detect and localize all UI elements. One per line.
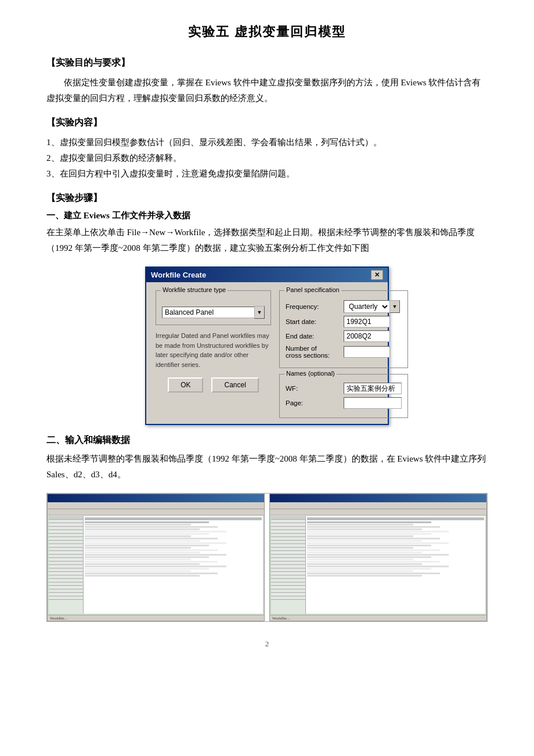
dialog-body: Workfile structure type Balanced PanelUn…	[146, 282, 388, 424]
frequency-select-wrapper: QuarterlyAnnualMonthlyWeeklyDaily ▼	[344, 300, 400, 313]
structure-group: Workfile structure type Balanced PanelUn…	[156, 290, 271, 325]
dialog-right-panel: Panel specification Frequency: Quarterly…	[279, 290, 408, 418]
purpose-header: 【实验目的与要求】	[46, 57, 488, 69]
end-date-row: End date:	[286, 330, 402, 342]
end-date-label: End date:	[286, 333, 344, 340]
steps-section: 【实验步骤】 一、建立 Eviews 工作文件并录入数据 在主菜单上依次单击 F…	[46, 192, 488, 256]
panel-spec-group: Panel specification Frequency: Quarterly…	[279, 290, 408, 368]
dialog-titlebar: Workfile Create ✕	[146, 268, 388, 282]
thumb-left-statusbar: Workfile...	[48, 615, 264, 621]
structure-group-label: Workfile structure type	[161, 286, 228, 293]
step1-para: 在主菜单上依次单击 File→New→Workfile，选择数据类型和起止日期。…	[46, 225, 488, 256]
names-group: Names (optional) WF: Page:	[279, 374, 408, 418]
structure-select-arrow[interactable]: ▼	[254, 306, 265, 319]
wf-label: WF:	[286, 385, 344, 392]
thumb-left-sidebar	[49, 516, 84, 614]
thumb-right-sidebar	[271, 516, 306, 614]
panel-spec-label: Panel specification	[284, 286, 341, 293]
frequency-select[interactable]: QuarterlyAnnualMonthlyWeeklyDaily	[344, 300, 390, 313]
thumb-right-main	[306, 516, 485, 614]
section2: 二、输入和编辑数据 根据未经季节调整的零售服装和饰品季度（1992 年第一季度~…	[46, 434, 488, 483]
thumb-left-content	[49, 516, 263, 614]
page-input[interactable]	[344, 397, 402, 409]
thumb-right-toolbar	[270, 509, 486, 515]
cross-sections-input[interactable]	[344, 346, 390, 358]
workfile-create-dialog: Workfile Create ✕ Workfile structure typ…	[145, 267, 389, 425]
thumbnail-wrapper: Workfile...	[46, 493, 488, 622]
thumb-right-menubar	[270, 502, 486, 509]
thumb-left-main	[84, 516, 263, 614]
ok-button[interactable]: OK	[168, 377, 203, 393]
frequency-row: Frequency: QuarterlyAnnualMonthlyWeeklyD…	[286, 300, 402, 313]
cancel-button[interactable]: Cancel	[211, 377, 258, 393]
dialog-info-text: Irregular Dated and Panel workfiles may …	[156, 331, 271, 369]
dialog-close-button[interactable]: ✕	[371, 270, 383, 280]
thumbnail-right: Workfile...	[269, 494, 487, 621]
page-label: Page:	[286, 399, 344, 406]
purpose-section: 【实验目的与要求】 依据定性变量创建虚拟变量，掌握在 Eviews 软件中建立虚…	[46, 57, 488, 106]
names-group-label: Names (optional)	[284, 370, 337, 377]
content-item-2: 2、虚拟变量回归系数的经济解释。	[46, 150, 488, 166]
step1-title: 一、建立 Eviews 工作文件并录入数据	[46, 210, 488, 221]
page-row: Page:	[286, 397, 402, 409]
content-item-3: 3、在回归方程中引入虚拟变量时，注意避免虚拟变量陷阱问题。	[46, 166, 488, 182]
start-date-input[interactable]	[344, 316, 390, 327]
section2-title: 二、输入和编辑数据	[46, 434, 488, 447]
section2-para: 根据未经季节调整的零售服装和饰品季度（1992 年第一季度~2008 年第二季度…	[46, 451, 488, 483]
thumb-left-menubar	[48, 502, 264, 509]
frequency-label: Frequency:	[286, 303, 344, 310]
dialog-title: Workfile Create	[151, 271, 206, 279]
structure-select[interactable]: Balanced PanelUnbalanced PanelDated - re…	[162, 307, 255, 318]
thumb-left-titlebar	[48, 494, 264, 502]
thumbnail-left: Workfile...	[47, 494, 265, 621]
thumb-right-content	[271, 516, 485, 614]
dialog-left-panel: Workfile structure type Balanced PanelUn…	[156, 290, 271, 418]
page-title: 实验五 虚拟变量回归模型	[46, 23, 488, 41]
thumb-left-toolbar	[48, 509, 264, 515]
wf-input[interactable]	[344, 383, 402, 394]
page-number: 2	[46, 639, 488, 649]
start-date-label: Start date:	[286, 318, 344, 325]
frequency-select-arrow[interactable]: ▼	[389, 300, 400, 313]
wf-row: WF:	[286, 383, 402, 394]
purpose-content: 依据定性变量创建虚拟变量，掌握在 Eviews 软件中建立虚拟变量数据序列的方法…	[46, 75, 488, 106]
thumb-right-statusbar: Workfile...	[270, 615, 486, 621]
dialog-wrapper: Workfile Create ✕ Workfile structure typ…	[46, 267, 488, 425]
structure-select-wrapper: Balanced PanelUnbalanced PanelDated - re…	[162, 306, 265, 319]
dialog-buttons: OK Cancel	[156, 377, 271, 393]
end-date-input[interactable]	[344, 330, 390, 342]
content-header: 【实验内容】	[46, 117, 488, 129]
cross-sections-label: Number ofcross sections:	[286, 345, 344, 359]
content-item-1: 1、虚拟变量回归模型参数估计（回归、显示残差图、学会看输出结果，列写估计式）。	[46, 135, 488, 150]
thumb-right-titlebar	[270, 494, 486, 502]
steps-header: 【实验步骤】	[46, 192, 488, 204]
cross-sections-row: Number ofcross sections:	[286, 345, 402, 359]
content-section: 【实验内容】 1、虚拟变量回归模型参数估计（回归、显示残差图、学会看输出结果，列…	[46, 117, 488, 182]
start-date-row: Start date:	[286, 316, 402, 327]
